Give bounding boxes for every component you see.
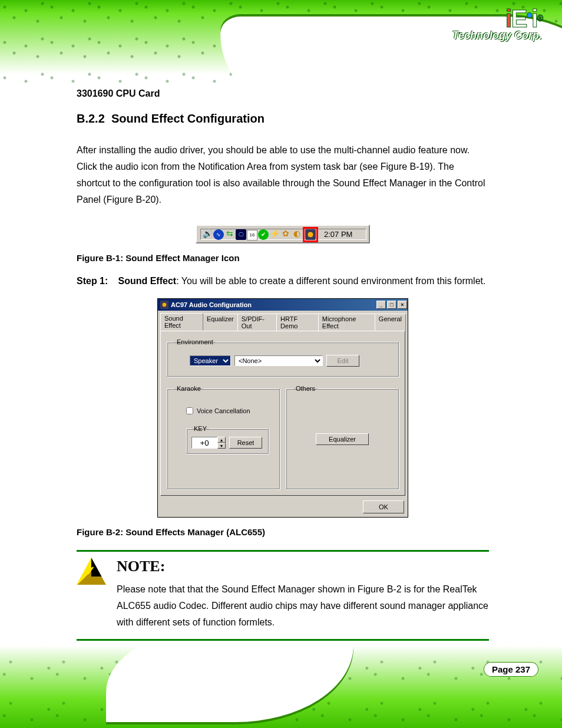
maximize-button[interactable]: □	[387, 301, 396, 309]
voice-cancellation-row[interactable]: Voice Cancellation	[186, 407, 272, 414]
reset-button[interactable]: Reset	[229, 437, 262, 449]
step-text: Sound Effect: You will be able to create…	[118, 276, 485, 286]
step-bold: Sound Effect	[118, 276, 176, 286]
note-icon	[77, 558, 106, 585]
caption-systray: Figure B-1: Sound Effect Manager Icon	[77, 253, 489, 263]
close-button[interactable]: ×	[398, 301, 407, 309]
note-body: Please note that that the Sound Effect M…	[117, 581, 489, 631]
group-others-label: Others	[293, 385, 318, 392]
tab-hrtf-demo[interactable]: HRTF Demo	[276, 314, 319, 331]
group-karaoke: Karaoke Voice Cancellation KEY	[167, 385, 280, 489]
group-others: Others Equalizer	[286, 385, 399, 489]
step-1: Step 1: Sound Effect: You will be able t…	[77, 276, 489, 286]
note-rule-top	[77, 550, 489, 552]
company-logo: iE•i® Technology Corp.	[452, 5, 542, 42]
page-number: Page 237	[484, 662, 538, 677]
minimize-button[interactable]: _	[376, 301, 386, 309]
figure-systray: 🔊∿⇆🖵16✔⚡✿◐ 2:07 PM	[77, 225, 489, 243]
speaker-select[interactable]: Speaker	[190, 355, 231, 366]
dialog-title: AC97 Audio Configuration	[171, 301, 252, 308]
tab-panel-sound-effect: Environment Speaker <None> Edit Karaoke	[160, 331, 405, 496]
tray-clock: 2:07 PM	[324, 230, 352, 239]
calendar-icon[interactable]: 16	[247, 230, 257, 241]
key-down-button[interactable]: ▼	[217, 443, 226, 449]
misc-icon[interactable]: ◐	[292, 228, 302, 239]
caption-dialog: Figure B-2: Sound Effects Manager (ALC65…	[77, 527, 489, 537]
group-key: KEY ▲ ▼ Reset	[186, 425, 269, 454]
group-karaoke-label: Karaoke	[174, 385, 203, 392]
logo-mark: iE•i®	[505, 5, 542, 32]
document-body: 3301690 CPU Card B.2.2 Sound Effect Conf…	[77, 88, 489, 647]
figure-ac97-dialog: AC97 Audio Configuration _ □ × Sound Eff…	[77, 298, 489, 518]
voice-cancellation-label: Voice Cancellation	[197, 407, 250, 414]
section-heading: B.2.2 Sound Effect Configuration	[77, 112, 489, 126]
tab-equalizer[interactable]: Equalizer	[203, 314, 238, 331]
paw-icon[interactable]: ✿	[280, 228, 291, 239]
tab-sound-effect[interactable]: Sound Effect	[160, 313, 203, 331]
step-rest: : You will be able to create a different…	[176, 276, 485, 286]
section-number: B.2.2	[77, 112, 105, 125]
system-tray-inner: 🔊∿⇆🖵16✔⚡✿◐ 2:07 PM	[200, 229, 366, 240]
page-header-decor: iE•i® Technology Corp.	[0, 0, 562, 83]
tab-microphone-effect[interactable]: Microphone Effect	[318, 314, 375, 331]
display-icon[interactable]: 🖵	[236, 229, 246, 240]
edit-button[interactable]: Edit	[326, 355, 359, 367]
group-key-label: KEY	[191, 425, 209, 432]
tab-s-pdif-out[interactable]: S/PDIF-Out	[237, 314, 277, 331]
key-value-input[interactable]	[191, 437, 217, 449]
bolt-icon[interactable]: ⚡	[269, 228, 280, 239]
dialog-tabs: Sound EffectEqualizerS/PDIF-OutHRTF Demo…	[158, 311, 408, 331]
key-up-button[interactable]: ▲	[217, 437, 226, 443]
group-environment-label: Environment	[174, 338, 216, 345]
section-title-text: Sound Effect Configuration	[111, 112, 265, 125]
note-rule-bottom	[77, 639, 489, 641]
audio-config-icon[interactable]	[305, 229, 316, 240]
tab-general[interactable]: General	[375, 314, 406, 331]
equalizer-button[interactable]: Equalizer	[316, 433, 369, 445]
step-number: Step 1:	[77, 276, 115, 286]
intro-paragraph: After installing the audio driver, you s…	[77, 142, 489, 208]
ok-button[interactable]: OK	[363, 500, 404, 513]
system-tray: 🔊∿⇆🖵16✔⚡✿◐ 2:07 PM	[196, 225, 370, 243]
page-footer-decor: Page 237	[0, 645, 562, 728]
note-title: NOTE:	[117, 558, 489, 575]
product-model: 3301690 CPU Card	[77, 88, 489, 99]
volume-icon[interactable]: 🔊	[202, 228, 213, 239]
audio-icon-highlight	[303, 227, 318, 242]
note-block: NOTE: Please note that that the Sound Ef…	[77, 558, 489, 631]
dialog-titlebar: AC97 Audio Configuration _ □ ×	[158, 299, 408, 311]
key-spinner: ▲ ▼	[191, 437, 226, 449]
network-icon[interactable]: ⇆	[224, 228, 235, 239]
wave-icon[interactable]: ∿	[213, 229, 224, 240]
group-environment: Environment Speaker <None> Edit	[167, 338, 399, 377]
ac97-dialog: AC97 Audio Configuration _ □ × Sound Eff…	[157, 298, 408, 518]
shield-icon[interactable]: ✔	[258, 229, 269, 240]
voice-cancellation-checkbox[interactable]	[186, 407, 193, 414]
environment-select[interactable]: <None>	[234, 355, 323, 366]
titlebar-icon	[160, 301, 168, 309]
